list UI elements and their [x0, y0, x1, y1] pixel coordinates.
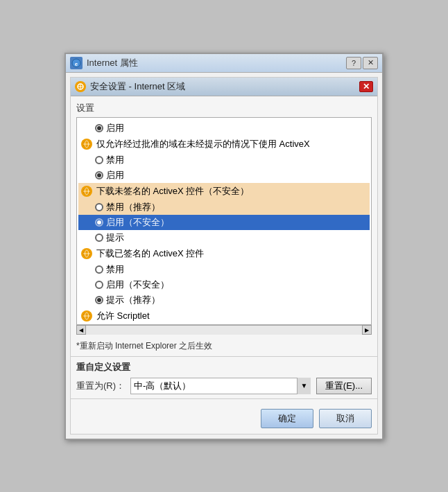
- outer-close-button[interactable]: ✕: [363, 57, 378, 69]
- cancel-button[interactable]: 取消: [319, 409, 372, 428]
- radio-button[interactable]: [95, 265, 103, 274]
- radio-button[interactable]: [95, 171, 103, 179]
- confirm-button[interactable]: 确定: [261, 409, 313, 428]
- divider: [71, 356, 377, 357]
- outer-window-icon: e: [70, 57, 83, 69]
- radio-button[interactable]: [95, 124, 103, 132]
- scroll-left-button[interactable]: ◀: [76, 325, 86, 335]
- radio-label: 启用（不安全）: [106, 279, 169, 291]
- list-item[interactable]: 禁用: [78, 262, 370, 277]
- list-item[interactable]: 提示（推荐）: [78, 292, 370, 308]
- section-title: 仅允许经过批准的域在未经提示的情况下使用 ActiveX: [96, 138, 310, 150]
- reset-row: 重置为(R)： 低 中 中-高（默认） 高 ▼ 重置(E)...: [76, 378, 372, 394]
- radio-button[interactable]: [95, 156, 103, 164]
- radio-button[interactable]: [95, 234, 103, 242]
- section-header: 仅允许经过批准的域在未经提示的情况下使用 ActiveX: [78, 136, 370, 152]
- radio-label: 禁用: [106, 154, 124, 166]
- section-icon: [81, 186, 92, 197]
- list-item[interactable]: 启用（不安全）: [78, 277, 370, 292]
- section-header: 允许 Scriptlet: [78, 308, 370, 324]
- bottom-buttons: 确定 取消: [71, 403, 377, 434]
- reset-section-title: 重自定义设置: [76, 361, 372, 374]
- section-icon: [81, 310, 92, 322]
- settings-list-container[interactable]: 启用 仅允许经过批准的域在未经提示的情况下使用 ActiveX: [76, 117, 372, 325]
- help-button[interactable]: ?: [346, 57, 361, 69]
- inner-close-button[interactable]: ✕: [359, 81, 373, 92]
- radio-label: 提示（推荐）: [106, 294, 160, 306]
- radio-button[interactable]: [95, 203, 103, 211]
- inner-window-title: 安全设置 - Internet 区域: [90, 80, 355, 93]
- settings-list: 启用 仅允许经过批准的域在未经提示的情况下使用 ActiveX: [77, 118, 371, 325]
- scroll-track[interactable]: [86, 326, 362, 335]
- inner-window: 安全设置 - Internet 区域 ✕ 设置 启用: [70, 77, 378, 434]
- radio-label: 提示: [106, 231, 124, 244]
- list-item[interactable]: 禁用: [78, 324, 370, 325]
- reset-section: 重自定义设置 重置为(R)： 低 中 中-高（默认） 高 ▼ 重置(E)...: [76, 361, 372, 394]
- outer-titlebar-buttons: ? ✕: [346, 57, 378, 69]
- radio-button-selected[interactable]: [95, 218, 103, 227]
- divider: [71, 398, 377, 399]
- scroll-right-button[interactable]: ▶: [362, 325, 372, 335]
- radio-label: 禁用: [106, 263, 124, 276]
- section-icon: [81, 139, 92, 150]
- reset-dropdown[interactable]: 低 中 中-高（默认） 高: [130, 378, 311, 394]
- radio-label: 启用: [106, 122, 124, 134]
- outer-window: e Internet 属性 ? ✕ 安全设置 - Internet 区域 ✕: [64, 53, 384, 440]
- list-item-selected[interactable]: 启用（不安全）: [78, 215, 370, 230]
- svg-text:e: e: [75, 61, 78, 67]
- list-item[interactable]: 禁用（推荐）: [78, 200, 370, 215]
- outer-window-title: Internet 属性: [87, 57, 342, 69]
- inner-titlebar: 安全设置 - Internet 区域 ✕: [71, 78, 377, 96]
- radio-button[interactable]: [95, 281, 103, 289]
- list-item[interactable]: 禁用: [78, 152, 370, 168]
- list-item[interactable]: 启用: [78, 121, 370, 136]
- radio-label: 禁用（推荐）: [106, 201, 160, 213]
- section-title: 允许 Scriptlet: [96, 310, 150, 322]
- section-title: 下载未签名的 ActiveX 控件（不安全）: [96, 185, 249, 197]
- radio-button[interactable]: [95, 296, 103, 304]
- reset-label: 重置为(R)：: [76, 380, 125, 392]
- footnote: *重新启动 Internet Explorer 之后生效: [76, 340, 372, 352]
- radio-label-selected: 启用（不安全）: [106, 216, 169, 229]
- settings-label: 设置: [76, 102, 372, 114]
- section-icon: [81, 248, 92, 259]
- horizontal-scrollbar[interactable]: ◀ ▶: [76, 325, 372, 335]
- dropdown-wrapper[interactable]: 低 中 中-高（默认） 高 ▼: [130, 378, 311, 394]
- section-header: 下载已签名的 ActiveX 控件: [78, 245, 370, 262]
- section-header-highlighted: 下载未签名的 ActiveX 控件（不安全）: [78, 183, 370, 200]
- section-title: 下载已签名的 ActiveX 控件: [96, 247, 204, 260]
- list-item[interactable]: 提示: [78, 230, 370, 245]
- reset-button[interactable]: 重置(E)...: [316, 378, 372, 394]
- outer-titlebar: e Internet 属性 ? ✕: [66, 54, 382, 73]
- settings-section: 设置 启用: [76, 102, 372, 335]
- radio-label: 启用: [106, 169, 124, 182]
- list-item[interactable]: 启用: [78, 168, 370, 183]
- inner-window-icon: [75, 81, 86, 92]
